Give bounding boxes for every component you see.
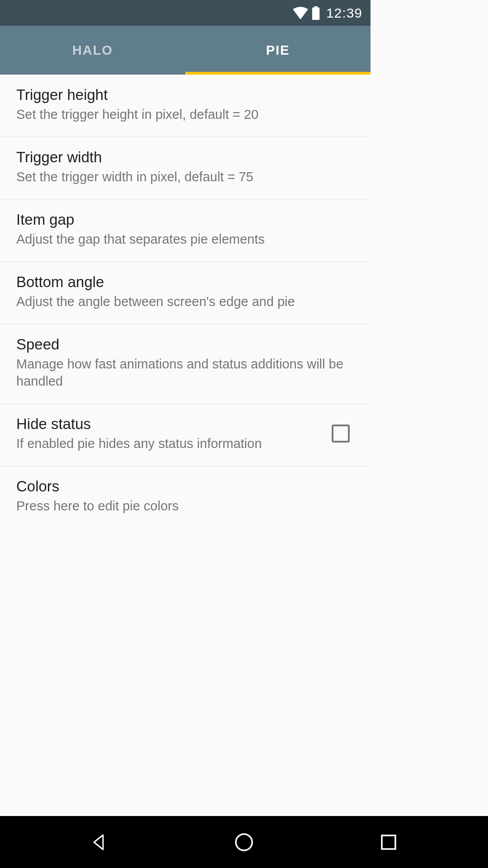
setting-trigger-height[interactable]: Trigger height Set the trigger height in… xyxy=(0,75,371,137)
setting-title: Hide status xyxy=(16,415,321,433)
settings-list: Trigger height Set the trigger height in… xyxy=(0,75,371,528)
setting-subtitle: Set the trigger height in pixel, default… xyxy=(16,106,354,123)
tab-label: HALO xyxy=(72,43,113,58)
setting-bottom-angle[interactable]: Bottom angle Adjust the angle between sc… xyxy=(0,262,371,324)
tab-pie[interactable]: PIE xyxy=(185,26,371,75)
tab-bar: HALO PIE xyxy=(0,26,371,75)
hide-status-checkbox[interactable] xyxy=(332,425,350,443)
tab-label: PIE xyxy=(266,43,290,58)
setting-trigger-width[interactable]: Trigger width Set the trigger width in p… xyxy=(0,137,371,199)
setting-speed[interactable]: Speed Manage how fast animations and sta… xyxy=(0,324,371,403)
setting-title: Speed xyxy=(16,336,354,353)
setting-hide-status[interactable]: Hide status If enabled pie hides any sta… xyxy=(0,404,371,466)
setting-subtitle: Press here to edit pie colors xyxy=(16,498,354,514)
setting-subtitle: Adjust the angle between screen's edge a… xyxy=(16,293,354,310)
setting-subtitle: Manage how fast animations and status ad… xyxy=(16,356,354,389)
setting-title: Bottom angle xyxy=(16,274,354,291)
tab-halo[interactable]: HALO xyxy=(0,26,185,75)
status-bar-clock: 12:39 xyxy=(326,5,362,21)
setting-subtitle: If enabled pie hides any status informat… xyxy=(16,435,321,452)
setting-item-gap[interactable]: Item gap Adjust the gap that separates p… xyxy=(0,199,371,262)
setting-colors[interactable]: Colors Press here to edit pie colors xyxy=(0,466,371,528)
setting-title: Trigger height xyxy=(16,86,354,104)
setting-subtitle: Adjust the gap that separates pie elemen… xyxy=(16,231,354,248)
status-bar: 12:39 xyxy=(0,0,371,26)
setting-title: Item gap xyxy=(16,211,354,228)
setting-title: Colors xyxy=(16,478,354,495)
wifi-icon xyxy=(293,7,308,19)
battery-icon xyxy=(312,6,320,20)
setting-subtitle: Set the trigger width in pixel, default … xyxy=(16,169,354,185)
svg-rect-0 xyxy=(312,7,319,19)
setting-title: Trigger width xyxy=(16,149,354,166)
svg-rect-1 xyxy=(314,6,318,8)
